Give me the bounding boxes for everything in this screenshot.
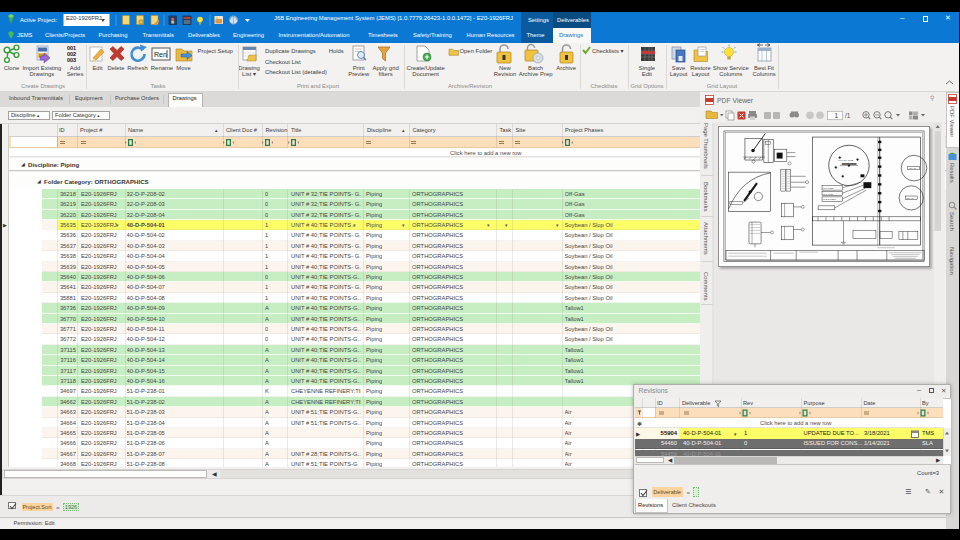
- svg-text:003: 003: [67, 57, 76, 63]
- svg-text:40-1-TK-471B: 40-1-TK-471B: [838, 158, 854, 161]
- svg-text:TK-41: TK-41: [907, 196, 914, 199]
- svg-text:40-P-0008: 40-P-0008: [822, 187, 834, 190]
- svg-text:PDF Viewer: PDF Viewer: [717, 97, 754, 104]
- svg-text:/1: /1: [845, 112, 851, 119]
- svg-text:TK-40: TK-40: [909, 167, 916, 170]
- svg-text:⚲: ⚲: [930, 95, 934, 101]
- svg-text:1: 1: [834, 112, 838, 119]
- svg-text:Ren: Ren: [154, 51, 167, 58]
- svg-text:40-2-C-0857: 40-2-C-0857: [822, 198, 836, 201]
- svg-text:40-P-0009: 40-P-0009: [822, 192, 834, 195]
